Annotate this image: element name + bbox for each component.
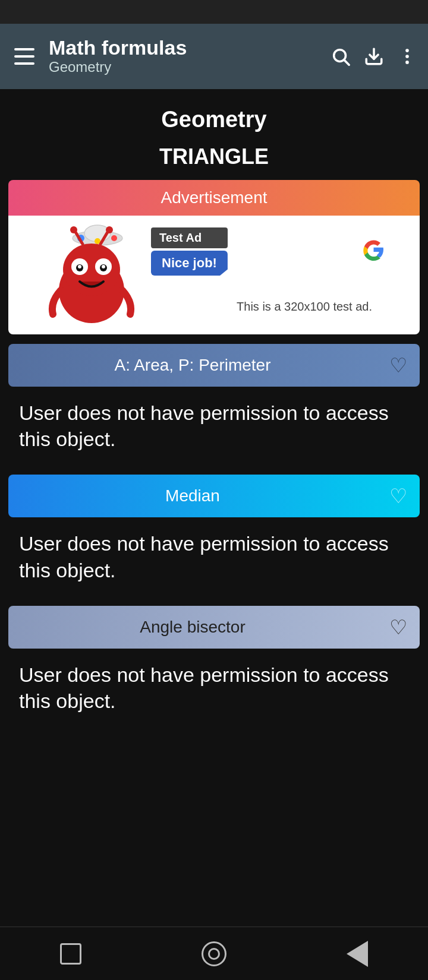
permission-text-area-perimeter: User does not have permission to access … — [8, 387, 420, 469]
square-nav-button[interactable] — [46, 937, 96, 970]
permission-text-median: User does not have permission to access … — [8, 517, 420, 599]
formula-median: Median ♡ User does not have permission t… — [8, 475, 420, 599]
monster-illustration — [44, 225, 139, 328]
formula-area-perimeter: A: Area, P: Perimeter ♡ User does not ha… — [8, 344, 420, 469]
nice-job-label: Nice job! — [151, 251, 228, 276]
favorite-button-area-perimeter[interactable]: ♡ — [377, 344, 420, 387]
google-logo — [357, 233, 390, 266]
bottom-nav — [0, 927, 428, 980]
section-title: Geometry — [0, 89, 428, 138]
formula-header-median: Median ♡ — [8, 475, 420, 517]
ad-label[interactable]: Advertisement — [8, 180, 420, 216]
section-subtitle: TRIANGLE — [0, 138, 428, 180]
svg-point-3 — [405, 49, 409, 52]
formula-angle-bisector: Angle bisector ♡ User does not have perm… — [8, 606, 420, 731]
home-icon — [202, 941, 226, 966]
formula-label-area-perimeter: A: Area, P: Perimeter — [8, 356, 377, 375]
toolbar-titles: Math formulas Geometry — [49, 37, 320, 76]
svg-point-17 — [78, 265, 81, 268]
svg-point-18 — [102, 265, 105, 268]
formula-header-area-perimeter: A: Area, P: Perimeter ♡ — [8, 344, 420, 387]
svg-point-20 — [70, 226, 77, 233]
svg-point-12 — [63, 244, 120, 296]
ad-text-bubble: Test Ad Nice job! — [151, 227, 228, 276]
status-bar — [0, 0, 428, 24]
svg-line-1 — [344, 60, 349, 65]
toolbar-actions — [331, 46, 417, 67]
app-subtitle: Geometry — [49, 59, 320, 76]
more-icon[interactable] — [397, 46, 417, 67]
test-ad-label: Test Ad — [151, 227, 228, 248]
ad-image[interactable]: Test Ad Nice job! This is a 320x100 test… — [8, 216, 420, 334]
download-icon[interactable] — [364, 46, 384, 67]
back-icon — [347, 941, 368, 967]
ad-container: Advertisement — [8, 180, 420, 334]
svg-point-22 — [106, 226, 113, 233]
home-nav-button[interactable] — [187, 935, 241, 972]
main-content: Geometry TRIANGLE Advertisement — [0, 89, 428, 927]
formula-label-angle-bisector: Angle bisector — [8, 618, 377, 637]
svg-line-21 — [100, 231, 108, 244]
back-nav-button[interactable] — [332, 935, 382, 973]
square-icon — [60, 943, 81, 965]
svg-line-19 — [75, 231, 83, 244]
permission-text-angle-bisector: User does not have permission to access … — [8, 649, 420, 731]
app-title: Math formulas — [49, 37, 320, 59]
formula-header-angle-bisector: Angle bisector ♡ — [8, 606, 420, 649]
search-icon[interactable] — [331, 46, 351, 67]
favorite-button-angle-bisector[interactable]: ♡ — [377, 606, 420, 649]
svg-point-5 — [405, 61, 409, 64]
favorite-button-median[interactable]: ♡ — [377, 475, 420, 517]
ad-description: This is a 320x100 test ad. — [237, 300, 372, 314]
toolbar: Math formulas Geometry — [0, 24, 428, 89]
svg-point-4 — [405, 55, 409, 58]
menu-icon[interactable] — [11, 45, 38, 68]
formula-label-median: Median — [8, 486, 377, 505]
